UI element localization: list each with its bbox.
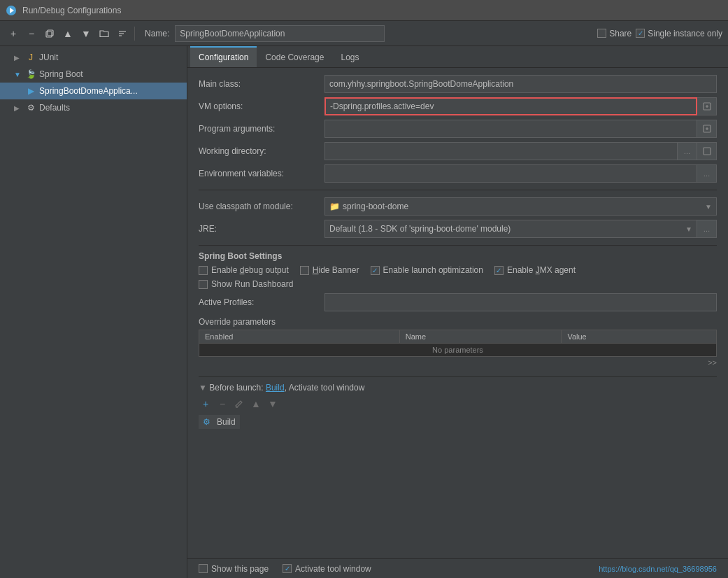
sort-button[interactable] [115,26,130,41]
enable-jmx-label: Enable JMX agent [507,265,576,275]
tree-item-defaults[interactable]: ▶ ⚙ Defaults [0,99,187,116]
bl-toolbar: + − ▲ ▼ [199,397,717,411]
tree-item-junit[interactable]: ▶ J JUnit [0,49,187,66]
separator [134,27,135,41]
junit-arrow: ▶ [14,54,22,62]
title-bar: Run/Debug Configurations [0,0,728,21]
hide-banner-label: Hide Banner [313,265,359,275]
jre-label: JRE: [199,224,324,234]
program-args-input[interactable] [324,120,697,138]
env-vars-input[interactable] [324,164,697,183]
defaults-label: Defaults [39,103,70,113]
jre-dropdown-arrow: ▼ [685,225,692,233]
enable-launch-opt-checkbox[interactable]: Enable launch optimization [371,265,483,275]
springboot-app-label: SpringBootDomeApplica... [39,86,138,96]
show-run-dashboard-cb-box[interactable] [199,280,208,289]
env-vars-row: Environment variables: … [199,163,717,184]
tree-item-springboot-app[interactable]: ▶ SpringBootDomeApplica... [0,83,187,99]
bl-remove-btn[interactable]: − [215,397,229,411]
show-run-dashboard-checkbox[interactable]: Show Run Dashboard [199,279,293,289]
show-this-page-checkbox[interactable]: Show this page [199,564,269,574]
show-this-page-label: Show this page [211,564,269,574]
bl-add-btn[interactable]: + [199,397,213,411]
hide-banner-checkbox[interactable]: Hide Banner [300,265,359,275]
classpath-dropdown[interactable]: 📁 spring-boot-dome ▼ [324,197,717,216]
jre-more-btn[interactable]: … [697,220,717,238]
tree-item-spring-boot[interactable]: ▼ 🍃 Spring Boot [0,66,187,83]
single-instance-cb-box[interactable] [636,29,645,38]
move-up-button[interactable]: ▲ [60,26,76,41]
single-instance-checkbox[interactable]: Single instance only [636,29,722,38]
svg-rect-2 [46,31,52,37]
copy-button[interactable] [42,26,57,41]
tabs-row: Configuration Code Coverage Logs [187,46,728,68]
working-dir-row: Working directory: … [199,141,717,162]
show-run-dashboard-label: Show Run Dashboard [211,279,293,289]
bottom-bar: Show this page Activate tool window http… [187,558,728,578]
remove-button[interactable]: − [24,26,39,41]
svg-rect-3 [48,30,53,36]
program-args-row: Program arguments: [199,118,717,139]
spring-boot-checkboxes-2: Show Run Dashboard [199,279,717,289]
override-params-title: Override parameters [199,317,717,327]
no-params-row: No parameters [199,344,717,357]
right-panel: Configuration Code Coverage Logs Main cl… [187,46,728,578]
url-link[interactable]: https://blog.csdn.net/qq_36698956 [599,565,717,573]
program-args-label: Program arguments: [199,124,324,134]
vm-options-input[interactable] [324,97,697,115]
col-name: Name [399,330,562,344]
vm-options-expand-btn[interactable] [697,97,717,115]
env-vars-label: Environment variables: [199,169,324,178]
enable-launch-opt-cb-box[interactable] [371,266,380,275]
col-value: Value [562,330,717,344]
tab-code-coverage[interactable]: Code Coverage [257,46,332,67]
activate-tool-window-cb-box[interactable] [283,564,292,573]
move-down-button[interactable]: ▼ [78,26,94,41]
enable-launch-opt-label: Enable launch optimization [383,265,483,275]
toolbar: + − ▲ ▼ Name: Share Single instance only [0,21,728,46]
spring-boot-label: Spring Boot [39,69,83,79]
enable-jmx-checkbox[interactable]: Enable JMX agent [494,265,576,275]
vm-options-label: VM options: [199,101,324,111]
enable-debug-checkbox[interactable]: Enable debug output [199,265,289,275]
add-button[interactable]: + [6,26,21,41]
spring-boot-settings-title: Spring Boot Settings [199,251,717,261]
bl-edit-btn[interactable] [232,397,246,411]
working-dir-browse-btn[interactable]: … [678,142,697,160]
share-checkbox[interactable]: Share [597,29,631,38]
hide-banner-cb-box[interactable] [300,266,309,275]
working-dir-label: Working directory: [199,146,324,156]
share-cb-box[interactable] [597,29,606,38]
app-run-icon: ▶ [25,86,36,96]
enable-debug-cb-box[interactable] [199,266,208,275]
main-class-input[interactable] [324,75,717,93]
defaults-arrow: ▶ [14,104,22,112]
working-dir-expand-btn[interactable] [697,142,717,160]
active-profiles-input[interactable] [324,293,717,311]
name-input[interactable] [175,25,385,42]
program-args-expand-btn[interactable] [697,120,717,138]
working-dir-input[interactable] [324,142,678,160]
env-vars-expand-btn[interactable]: … [697,164,717,183]
show-this-page-cb-box[interactable] [199,564,208,573]
enable-jmx-cb-box[interactable] [494,266,504,275]
divider-1 [199,190,717,190]
before-launch-section: ▼ Before launch: Build, Activate tool wi… [199,376,717,429]
spring-boot-checkboxes-1: Enable debug output Hide Banner Enable l… [199,265,717,275]
jre-dropdown[interactable]: Default (1.8 - SDK of 'spring-boot-dome'… [324,220,697,238]
tab-configuration[interactable]: Configuration [190,46,257,67]
window-title: Run/Debug Configurations [22,6,121,15]
enable-debug-label: Enable debug output [211,265,289,275]
active-profiles-label: Active Profiles: [199,297,324,307]
bl-move-up-btn[interactable]: ▲ [249,397,263,411]
vm-options-row: VM options: [199,96,717,117]
share-area: Share Single instance only [597,29,722,38]
spring-boot-icon: 🍃 [25,69,36,79]
classpath-folder-icon: 📁 [329,202,340,211]
move-to-folder-button[interactable] [97,26,112,41]
classpath-row: Use classpath of module: 📁 spring-boot-d… [199,196,717,217]
tab-logs[interactable]: Logs [332,46,367,67]
activate-tool-window-checkbox[interactable]: Activate tool window [283,564,371,574]
build-label: Build [217,417,236,427]
bl-move-down-btn[interactable]: ▼ [266,397,280,411]
